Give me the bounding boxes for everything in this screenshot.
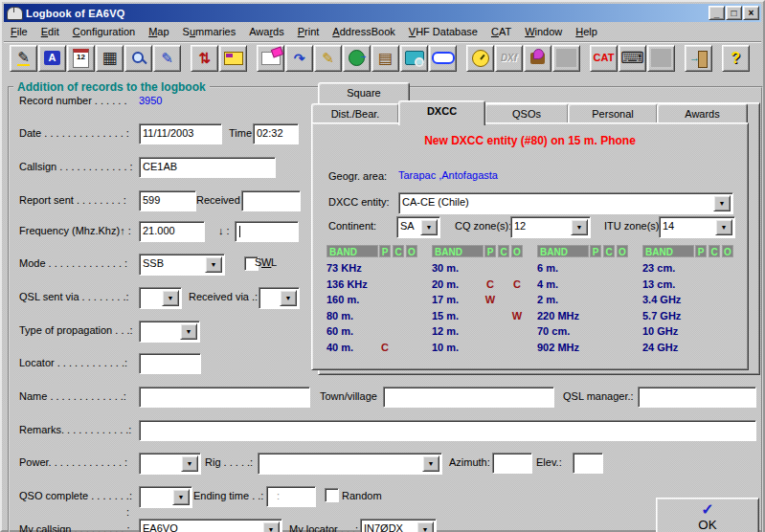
report-sent-input[interactable]: 599 xyxy=(139,190,196,211)
band-name: 160 m. xyxy=(326,294,359,305)
ending-time-input[interactable]: : xyxy=(266,486,316,507)
chevron-down-icon[interactable]: ▼ xyxy=(262,521,280,532)
band-name: 80 m. xyxy=(326,310,353,321)
other-column-header: O xyxy=(617,245,628,257)
chevron-down-icon[interactable]: ▼ xyxy=(715,219,732,235)
random-checkbox[interactable] xyxy=(325,488,339,502)
continent-select[interactable]: SA▼ xyxy=(396,216,440,238)
report-received-input[interactable] xyxy=(241,190,301,211)
cat-button[interactable]: CAT xyxy=(590,45,618,72)
band-name: 40 m. xyxy=(326,342,353,353)
band-name: 10 GHz xyxy=(642,325,678,337)
locator-input[interactable] xyxy=(139,353,201,374)
propagation-select[interactable]: ▼ xyxy=(139,321,200,343)
menu-item[interactable]: Map xyxy=(142,24,175,39)
ok-button[interactable]: ✓ OK xyxy=(656,498,759,532)
my-callsign-select[interactable]: EA6VQ▼ xyxy=(139,519,282,532)
itu-zone-select[interactable]: 14▼ xyxy=(659,216,735,238)
dxcc-entity-select[interactable]: CA-CE (Chile)▼ xyxy=(398,192,733,214)
frequency-down-label: ↓ : xyxy=(218,225,230,236)
chevron-down-icon[interactable]: ▼ xyxy=(420,219,438,235)
band-row: 80 m. xyxy=(326,310,418,324)
date-input[interactable]: 11/11/2003 xyxy=(139,123,222,144)
menu-item[interactable]: Print xyxy=(291,24,326,39)
qsl-manager-input[interactable] xyxy=(638,387,756,408)
chevron-down-icon[interactable]: ▼ xyxy=(180,323,197,340)
disabled-button-2 xyxy=(647,45,675,72)
menu-item[interactable]: Help xyxy=(569,24,604,39)
chevron-down-icon[interactable]: ▼ xyxy=(713,195,731,211)
clock-button[interactable] xyxy=(466,45,494,72)
minimize-button[interactable]: _ xyxy=(709,6,725,20)
geogr-area-value: Tarapac ,Antofagasta xyxy=(398,169,498,181)
sort-button[interactable]: ⇅ xyxy=(191,45,218,72)
chevron-down-icon[interactable]: ▼ xyxy=(416,521,434,532)
menu-item[interactable]: VHF Database xyxy=(402,24,484,39)
town-label: Town/village xyxy=(320,390,377,402)
elevation-input[interactable] xyxy=(573,453,603,474)
log-grid-button[interactable]: ▦ xyxy=(96,45,124,72)
frequency-up-input[interactable]: 21.000 xyxy=(139,221,205,242)
band-column-header: BAND xyxy=(537,245,589,257)
pencil-button[interactable]: ✎ xyxy=(314,45,342,72)
callsign-input[interactable]: CE1AB xyxy=(139,157,276,178)
app-icon xyxy=(7,7,23,20)
label-print-button[interactable] xyxy=(429,45,457,72)
close-button[interactable]: × xyxy=(743,6,759,20)
tab-dxcc[interactable]: DXCC xyxy=(398,100,485,125)
map-button[interactable]: A xyxy=(38,45,66,72)
preview-button[interactable] xyxy=(400,45,428,72)
edit-record-button[interactable]: ✎ xyxy=(153,45,181,72)
chevron-down-icon[interactable]: ▼ xyxy=(280,290,297,306)
chevron-down-icon[interactable]: ▼ xyxy=(205,256,222,273)
phone-column-header: P xyxy=(695,245,707,257)
menu-item[interactable]: Configuration xyxy=(66,24,142,39)
menu-item[interactable]: Awards xyxy=(242,24,291,39)
band-row: 70 cm. xyxy=(537,325,629,340)
menu-item[interactable]: Edit xyxy=(34,24,66,39)
other-column-header: O xyxy=(511,245,523,257)
report-received-label: Received xyxy=(196,194,240,206)
band-name: 136 KHz xyxy=(326,278,368,290)
maximize-button[interactable]: □ xyxy=(726,6,742,20)
chevron-down-icon[interactable]: ▼ xyxy=(422,455,439,472)
mode-select[interactable]: SSB▼ xyxy=(139,254,225,276)
time-input[interactable]: 02:32 xyxy=(253,123,299,144)
band-name: 20 m. xyxy=(432,278,459,290)
menu-item[interactable]: Window xyxy=(518,24,569,39)
address-book-button[interactable]: ▤ xyxy=(371,45,399,72)
web-globe-button[interactable] xyxy=(343,45,371,72)
rig-select[interactable]: ▼ xyxy=(258,453,442,475)
my-locator-select[interactable]: IN7ØDX▼ xyxy=(360,519,437,532)
qso-complete-select[interactable]: ▼ xyxy=(139,486,192,508)
menu-item[interactable]: AddressBook xyxy=(326,24,401,39)
chevron-down-icon[interactable]: ▼ xyxy=(571,219,588,235)
menu-item[interactable]: Summaries xyxy=(176,24,243,39)
chevron-down-icon[interactable]: ▼ xyxy=(172,489,190,505)
menu-item[interactable]: File xyxy=(4,24,34,39)
menu-item[interactable]: CAT xyxy=(484,24,518,39)
azimuth-input[interactable] xyxy=(492,453,532,474)
delete-qsl-button[interactable] xyxy=(257,45,284,72)
name-input[interactable] xyxy=(139,387,310,408)
power-label: Power. . . . . . . . . . . . . : xyxy=(19,456,127,468)
chevron-down-icon[interactable]: ▼ xyxy=(162,290,179,306)
chevron-down-icon[interactable]: ▼ xyxy=(181,455,198,472)
frequency-down-input[interactable] xyxy=(235,221,299,242)
redo-button[interactable]: ↷ xyxy=(285,45,313,72)
town-input[interactable] xyxy=(383,387,554,408)
received-via-select[interactable]: ▼ xyxy=(259,287,300,309)
exit-button[interactable] xyxy=(685,45,712,72)
calendar-button[interactable]: 12 xyxy=(67,45,95,72)
qsl-card-button[interactable] xyxy=(219,45,247,72)
remarks-input[interactable] xyxy=(139,420,756,441)
window-title: Logbook of EA6VQ xyxy=(26,8,708,19)
keyboard-button[interactable]: ⌨ xyxy=(619,45,646,72)
help-button[interactable]: ? xyxy=(722,45,750,72)
power-select[interactable]: ▼ xyxy=(139,453,201,475)
search-records-button[interactable] xyxy=(124,45,152,72)
qsl-sent-via-select[interactable]: ▼ xyxy=(139,287,182,309)
add-record-button[interactable]: ✎ xyxy=(10,45,37,72)
satellite-button[interactable] xyxy=(524,45,551,72)
cq-zone-select[interactable]: 12▼ xyxy=(510,216,591,238)
